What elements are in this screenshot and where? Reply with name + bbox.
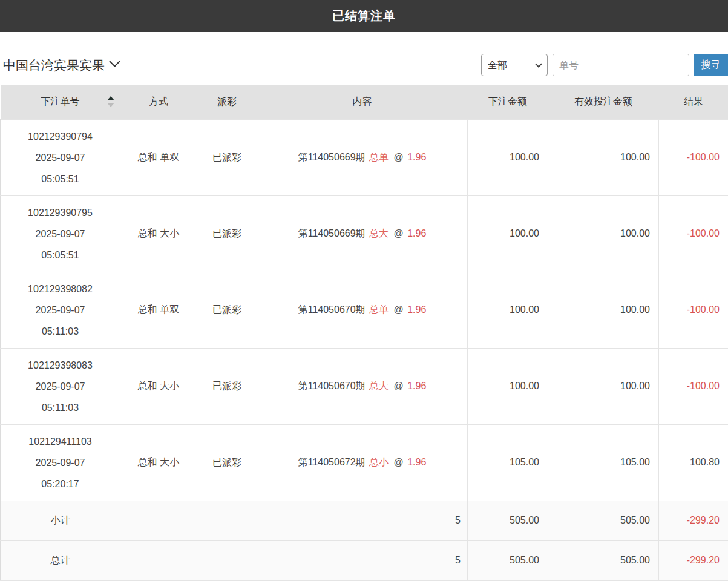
bet-amount-cell: 100.00 bbox=[468, 272, 548, 348]
sort-arrows-icon[interactable] bbox=[107, 96, 114, 107]
table-row: 1021293907942025-09-0705:05:51 总和 单双 已派彩… bbox=[1, 119, 728, 195]
status-select-wrap: 全部 bbox=[481, 54, 548, 76]
method-cell: 总和 单双 bbox=[120, 272, 197, 348]
valid-amount-cell: 100.00 bbox=[548, 348, 659, 424]
order-number-cell: 1021293907952025-09-0705:05:51 bbox=[1, 195, 120, 272]
bet-amount-cell: 100.00 bbox=[468, 348, 548, 424]
page-title: 已结算注单 bbox=[332, 8, 396, 24]
bet-amount-cell: 100.00 bbox=[468, 195, 548, 272]
settled-bets-table: 下注单号 方式 派彩 内容 下注金额 有效投注金额 结果 10212939079… bbox=[0, 85, 728, 581]
header-valid-amount: 有效投注金额 bbox=[548, 85, 659, 119]
subtotal-bet-amount: 505.00 bbox=[468, 501, 548, 540]
total-row: 总计 5 505.00 505.00 -299.20 bbox=[1, 540, 728, 580]
subtotal-count: 5 bbox=[120, 501, 468, 540]
bet-amount-cell: 105.00 bbox=[468, 424, 548, 501]
game-selector-label: 中国台湾宾果宾果 bbox=[3, 57, 105, 74]
content-cell: 第114050669期 总单 @ 1.96 bbox=[257, 119, 468, 195]
result-cell: -100.00 bbox=[659, 348, 728, 424]
content-cell: 第114050672期 总小 @ 1.96 bbox=[257, 424, 468, 501]
total-result: -299.20 bbox=[659, 540, 728, 580]
total-label: 总计 bbox=[1, 540, 120, 580]
bet-amount-cell: 100.00 bbox=[468, 119, 548, 195]
header-content: 内容 bbox=[257, 85, 468, 119]
valid-amount-cell: 100.00 bbox=[548, 272, 659, 348]
top-bar: 已结算注单 bbox=[0, 0, 728, 32]
order-number-cell: 1021293980832025-09-0705:11:03 bbox=[1, 348, 120, 424]
header-payout: 派彩 bbox=[197, 85, 257, 119]
content-cell: 第114050670期 总大 @ 1.96 bbox=[257, 348, 468, 424]
status-select[interactable]: 全部 bbox=[481, 54, 548, 76]
header-result: 结果 bbox=[659, 85, 728, 119]
chevron-down-icon bbox=[109, 56, 120, 67]
content-cell: 第114050670期 总单 @ 1.96 bbox=[257, 272, 468, 348]
header-order-number[interactable]: 下注单号 bbox=[1, 85, 120, 119]
valid-amount-cell: 100.00 bbox=[548, 119, 659, 195]
table-row: 1021293907952025-09-0705:05:51 总和 大小 已派彩… bbox=[1, 195, 728, 272]
sort-asc-icon bbox=[107, 96, 114, 100]
total-count: 5 bbox=[120, 540, 468, 580]
table-header-row: 下注单号 方式 派彩 内容 下注金额 有效投注金额 结果 bbox=[1, 85, 728, 119]
result-cell: 100.80 bbox=[659, 424, 728, 501]
method-cell: 总和 大小 bbox=[120, 348, 197, 424]
table-row: 1021294111032025-09-0705:20:17 总和 大小 已派彩… bbox=[1, 424, 728, 501]
subtotal-row: 小计 5 505.00 505.00 -299.20 bbox=[1, 501, 728, 540]
method-cell: 总和 大小 bbox=[120, 424, 197, 501]
valid-amount-cell: 105.00 bbox=[548, 424, 659, 501]
content-cell: 第114050669期 总大 @ 1.96 bbox=[257, 195, 468, 272]
order-number-cell: 1021293980822025-09-0705:11:03 bbox=[1, 272, 120, 348]
method-cell: 总和 单双 bbox=[120, 119, 197, 195]
filter-bar: 中国台湾宾果宾果 全部 搜寻 bbox=[0, 54, 728, 76]
order-number-cell: 1021293907942025-09-0705:05:51 bbox=[1, 119, 120, 195]
subtotal-result: -299.20 bbox=[659, 501, 728, 540]
game-selector[interactable]: 中国台湾宾果宾果 bbox=[3, 57, 119, 74]
result-cell: -100.00 bbox=[659, 272, 728, 348]
total-bet-amount: 505.00 bbox=[468, 540, 548, 580]
search-button[interactable]: 搜寻 bbox=[694, 54, 728, 76]
result-cell: -100.00 bbox=[659, 195, 728, 272]
header-bet-amount: 下注金额 bbox=[468, 85, 548, 119]
payout-cell: 已派彩 bbox=[197, 119, 257, 195]
table-row: 1021293980822025-09-0705:11:03 总和 单双 已派彩… bbox=[1, 272, 728, 348]
subtotal-label: 小计 bbox=[1, 501, 120, 540]
valid-amount-cell: 100.00 bbox=[548, 195, 659, 272]
order-number-cell: 1021294111032025-09-0705:20:17 bbox=[1, 424, 120, 501]
total-valid-amount: 505.00 bbox=[548, 540, 659, 580]
payout-cell: 已派彩 bbox=[197, 348, 257, 424]
payout-cell: 已派彩 bbox=[197, 272, 257, 348]
payout-cell: 已派彩 bbox=[197, 195, 257, 272]
payout-cell: 已派彩 bbox=[197, 424, 257, 501]
order-number-input[interactable] bbox=[553, 54, 689, 76]
method-cell: 总和 大小 bbox=[120, 195, 197, 272]
sort-desc-icon bbox=[107, 103, 114, 107]
table-row: 1021293980832025-09-0705:11:03 总和 大小 已派彩… bbox=[1, 348, 728, 424]
search-controls: 全部 搜寻 bbox=[481, 54, 728, 76]
header-method: 方式 bbox=[120, 85, 197, 119]
subtotal-valid-amount: 505.00 bbox=[548, 501, 659, 540]
result-cell: -100.00 bbox=[659, 119, 728, 195]
